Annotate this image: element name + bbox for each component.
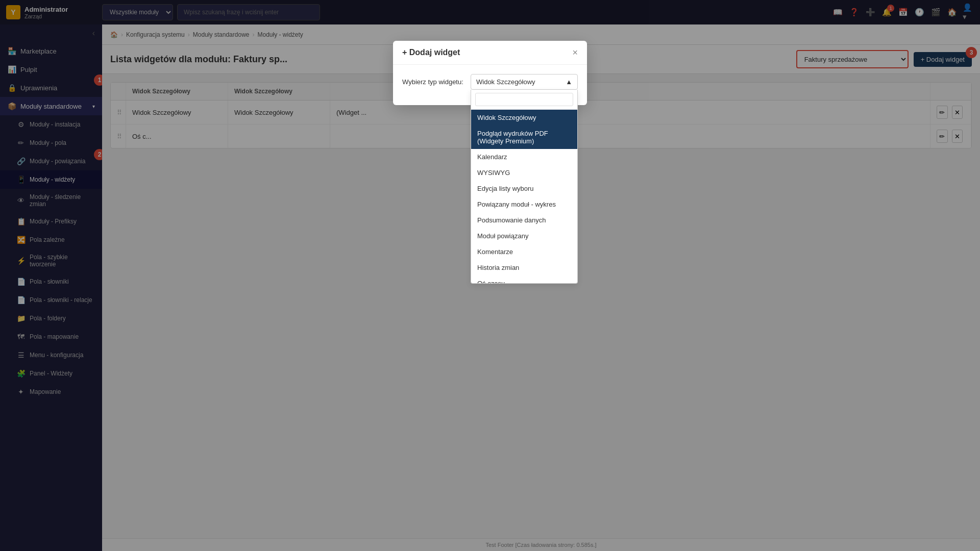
dropdown-item-wysiwyg[interactable]: WYSIWYG bbox=[471, 165, 577, 181]
widget-type-control: Widok Szczegółowy ▲ Widok Szczegółowy Po… bbox=[471, 74, 578, 90]
dropdown-item-podsumowanie-danych[interactable]: Podsumowanie danych bbox=[471, 212, 577, 228]
dropdown-item-historia-zmian[interactable]: Historia zmian bbox=[471, 260, 577, 276]
modal-body: Wybierz typ widgetu: Widok Szczegółowy ▲… bbox=[393, 65, 587, 105]
dropdown-item-os-czasu[interactable]: Oś czasu bbox=[471, 276, 577, 284]
widget-type-label: Wybierz typ widgetu: bbox=[402, 74, 463, 86]
dropdown-item-widok-szczegolowy[interactable]: Widok Szczegółowy bbox=[471, 110, 577, 126]
modal-header: + Dodaj widget × bbox=[393, 41, 587, 65]
modal-close-button[interactable]: × bbox=[572, 48, 578, 57]
dropdown-item-kalendarz[interactable]: Kalendarz bbox=[471, 149, 577, 165]
dropdown-item-edycja-listy[interactable]: Edycja listy wyboru bbox=[471, 181, 577, 196]
add-widget-modal: + Dodaj widget × Wybierz typ widgetu: Wi… bbox=[393, 41, 587, 105]
dropdown-search-container bbox=[471, 90, 577, 110]
modal-title: + Dodaj widget bbox=[402, 48, 460, 57]
dropdown-search-input[interactable] bbox=[475, 93, 573, 106]
widget-type-row: Wybierz typ widgetu: Widok Szczegółowy ▲… bbox=[402, 74, 578, 90]
dropdown-item-komentarze[interactable]: Komentarze bbox=[471, 244, 577, 260]
dropdown-item-podglad-wydrukow[interactable]: Podgląd wydruków PDF (Widgety Premium) bbox=[471, 126, 577, 149]
chevron-up-icon: ▲ bbox=[566, 78, 572, 86]
dropdown-item-powiazany-modul[interactable]: Powiązany moduł - wykres bbox=[471, 196, 577, 212]
dropdown-list: Widok Szczegółowy Podgląd wydruków PDF (… bbox=[471, 90, 578, 284]
modal-overlay: + Dodaj widget × Wybierz typ widgetu: Wi… bbox=[0, 0, 980, 551]
dropdown-selected-value: Widok Szczegółowy bbox=[476, 78, 535, 86]
dropdown-item-modul-powiazany[interactable]: Moduł powiązany bbox=[471, 228, 577, 244]
widget-type-dropdown[interactable]: Widok Szczegółowy ▲ bbox=[471, 74, 578, 90]
